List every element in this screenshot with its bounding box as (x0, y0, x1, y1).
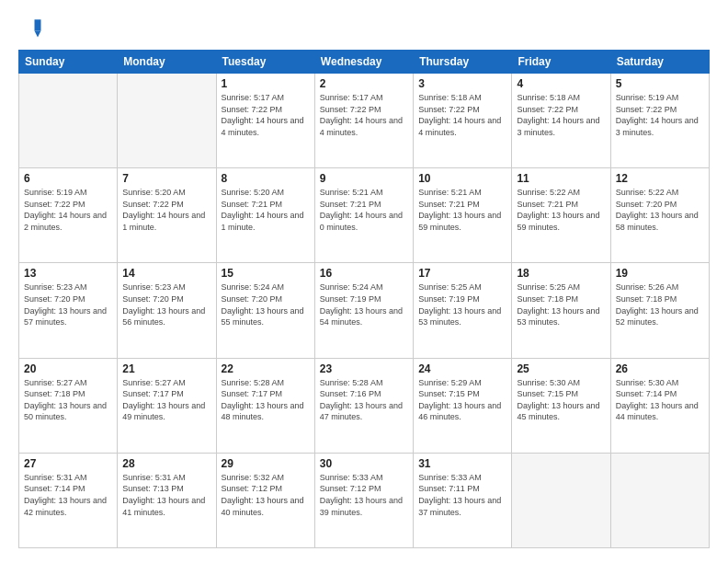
calendar-cell (19, 74, 118, 168)
calendar-cell: 24Sunrise: 5:29 AMSunset: 7:15 PMDayligh… (414, 358, 512, 453)
day-info: Sunrise: 5:18 AMSunset: 7:22 PMDaylight:… (517, 92, 605, 138)
day-number: 22 (222, 362, 310, 375)
weekday-header: Friday (512, 51, 610, 74)
day-number: 3 (418, 77, 506, 90)
day-number: 21 (122, 362, 210, 375)
header (18, 15, 710, 40)
day-info: Sunrise: 5:23 AMSunset: 7:20 PMDaylight:… (122, 282, 210, 327)
day-info: Sunrise: 5:21 AMSunset: 7:21 PMDaylight:… (418, 187, 506, 233)
calendar-cell: 2Sunrise: 5:17 AMSunset: 7:22 PMDaylight… (314, 74, 413, 168)
day-number: 18 (517, 267, 605, 280)
day-info: Sunrise: 5:19 AMSunset: 7:22 PMDaylight:… (616, 92, 704, 138)
calendar-week-row: 1Sunrise: 5:17 AMSunset: 7:22 PMDaylight… (19, 74, 710, 168)
calendar-header-row: SundayMondayTuesdayWednesdayThursdayFrid… (19, 51, 710, 74)
day-number: 10 (418, 172, 506, 185)
day-info: Sunrise: 5:27 AMSunset: 7:18 PMDaylight:… (24, 377, 112, 423)
day-info: Sunrise: 5:22 AMSunset: 7:20 PMDaylight:… (616, 187, 704, 233)
weekday-header: Saturday (610, 51, 709, 74)
day-number: 24 (418, 362, 506, 375)
day-info: Sunrise: 5:33 AMSunset: 7:11 PMDaylight:… (418, 472, 506, 518)
calendar-cell: 5Sunrise: 5:19 AMSunset: 7:22 PMDaylight… (610, 74, 709, 168)
day-number: 26 (616, 362, 704, 375)
day-number: 29 (222, 457, 310, 470)
calendar-cell: 15Sunrise: 5:24 AMSunset: 7:20 PMDayligh… (216, 263, 314, 358)
day-info: Sunrise: 5:24 AMSunset: 7:19 PMDaylight:… (320, 282, 408, 327)
day-number: 11 (517, 172, 605, 185)
calendar-cell: 19Sunrise: 5:26 AMSunset: 7:18 PMDayligh… (610, 263, 709, 358)
logo-icon (18, 15, 44, 40)
day-number: 4 (517, 77, 605, 90)
calendar-cell: 23Sunrise: 5:28 AMSunset: 7:16 PMDayligh… (314, 358, 413, 453)
day-info: Sunrise: 5:30 AMSunset: 7:15 PMDaylight:… (517, 377, 605, 423)
calendar-cell: 28Sunrise: 5:31 AMSunset: 7:13 PMDayligh… (118, 453, 216, 547)
svg-marker-0 (35, 19, 41, 30)
day-info: Sunrise: 5:33 AMSunset: 7:12 PMDaylight:… (320, 472, 408, 518)
page: SundayMondayTuesdayWednesdayThursdayFrid… (0, 0, 728, 563)
calendar-week-row: 6Sunrise: 5:19 AMSunset: 7:22 PMDaylight… (19, 168, 710, 263)
day-number: 2 (320, 77, 408, 90)
day-info: Sunrise: 5:27 AMSunset: 7:17 PMDaylight:… (122, 377, 210, 423)
day-number: 28 (122, 457, 210, 470)
day-number: 17 (418, 267, 506, 280)
calendar-cell: 18Sunrise: 5:25 AMSunset: 7:18 PMDayligh… (512, 263, 610, 358)
calendar-cell: 1Sunrise: 5:17 AMSunset: 7:22 PMDaylight… (216, 74, 314, 168)
day-info: Sunrise: 5:24 AMSunset: 7:20 PMDaylight:… (222, 282, 310, 327)
calendar-cell: 30Sunrise: 5:33 AMSunset: 7:12 PMDayligh… (314, 453, 413, 547)
calendar-cell: 3Sunrise: 5:18 AMSunset: 7:22 PMDaylight… (414, 74, 512, 168)
calendar: SundayMondayTuesdayWednesdayThursdayFrid… (18, 50, 710, 548)
day-number: 7 (122, 172, 210, 185)
day-number: 25 (517, 362, 605, 375)
day-info: Sunrise: 5:32 AMSunset: 7:12 PMDaylight:… (222, 472, 310, 518)
calendar-cell: 8Sunrise: 5:20 AMSunset: 7:21 PMDaylight… (216, 168, 314, 263)
day-number: 30 (320, 457, 408, 470)
day-info: Sunrise: 5:19 AMSunset: 7:22 PMDaylight:… (24, 187, 112, 233)
weekday-header: Tuesday (216, 51, 314, 74)
day-info: Sunrise: 5:17 AMSunset: 7:22 PMDaylight:… (222, 92, 310, 138)
day-number: 23 (320, 362, 408, 375)
logo (18, 15, 48, 40)
calendar-cell: 31Sunrise: 5:33 AMSunset: 7:11 PMDayligh… (414, 453, 512, 547)
calendar-cell: 17Sunrise: 5:25 AMSunset: 7:19 PMDayligh… (414, 263, 512, 358)
calendar-cell: 22Sunrise: 5:28 AMSunset: 7:17 PMDayligh… (216, 358, 314, 453)
day-info: Sunrise: 5:30 AMSunset: 7:14 PMDaylight:… (616, 377, 704, 423)
calendar-cell: 11Sunrise: 5:22 AMSunset: 7:21 PMDayligh… (512, 168, 610, 263)
day-number: 8 (222, 172, 310, 185)
day-number: 13 (24, 267, 112, 280)
calendar-cell (118, 74, 216, 168)
day-info: Sunrise: 5:31 AMSunset: 7:13 PMDaylight:… (122, 472, 210, 518)
day-info: Sunrise: 5:26 AMSunset: 7:18 PMDaylight:… (616, 282, 704, 327)
calendar-cell: 21Sunrise: 5:27 AMSunset: 7:17 PMDayligh… (118, 358, 216, 453)
calendar-week-row: 13Sunrise: 5:23 AMSunset: 7:20 PMDayligh… (19, 263, 710, 358)
calendar-cell: 10Sunrise: 5:21 AMSunset: 7:21 PMDayligh… (414, 168, 512, 263)
day-number: 1 (222, 77, 310, 90)
calendar-cell: 27Sunrise: 5:31 AMSunset: 7:14 PMDayligh… (19, 453, 118, 547)
day-info: Sunrise: 5:25 AMSunset: 7:18 PMDaylight:… (517, 282, 605, 327)
calendar-cell: 6Sunrise: 5:19 AMSunset: 7:22 PMDaylight… (19, 168, 118, 263)
day-number: 27 (24, 457, 112, 470)
day-info: Sunrise: 5:20 AMSunset: 7:21 PMDaylight:… (222, 187, 310, 233)
calendar-week-row: 20Sunrise: 5:27 AMSunset: 7:18 PMDayligh… (19, 358, 710, 453)
day-info: Sunrise: 5:21 AMSunset: 7:21 PMDaylight:… (320, 187, 408, 233)
day-info: Sunrise: 5:17 AMSunset: 7:22 PMDaylight:… (320, 92, 408, 138)
day-number: 20 (24, 362, 112, 375)
calendar-cell (610, 453, 709, 547)
day-info: Sunrise: 5:22 AMSunset: 7:21 PMDaylight:… (517, 187, 605, 233)
calendar-cell: 29Sunrise: 5:32 AMSunset: 7:12 PMDayligh… (216, 453, 314, 547)
calendar-week-row: 27Sunrise: 5:31 AMSunset: 7:14 PMDayligh… (19, 453, 710, 547)
calendar-cell: 26Sunrise: 5:30 AMSunset: 7:14 PMDayligh… (610, 358, 709, 453)
day-info: Sunrise: 5:31 AMSunset: 7:14 PMDaylight:… (24, 472, 112, 518)
day-number: 5 (616, 77, 704, 90)
day-number: 14 (122, 267, 210, 280)
weekday-header: Thursday (414, 51, 512, 74)
day-number: 19 (616, 267, 704, 280)
day-info: Sunrise: 5:28 AMSunset: 7:16 PMDaylight:… (320, 377, 408, 423)
calendar-cell: 12Sunrise: 5:22 AMSunset: 7:20 PMDayligh… (610, 168, 709, 263)
day-number: 9 (320, 172, 408, 185)
calendar-cell: 13Sunrise: 5:23 AMSunset: 7:20 PMDayligh… (19, 263, 118, 358)
calendar-cell: 4Sunrise: 5:18 AMSunset: 7:22 PMDaylight… (512, 74, 610, 168)
day-number: 16 (320, 267, 408, 280)
calendar-cell: 20Sunrise: 5:27 AMSunset: 7:18 PMDayligh… (19, 358, 118, 453)
day-number: 6 (24, 172, 112, 185)
day-number: 31 (418, 457, 506, 470)
day-info: Sunrise: 5:25 AMSunset: 7:19 PMDaylight:… (418, 282, 506, 327)
